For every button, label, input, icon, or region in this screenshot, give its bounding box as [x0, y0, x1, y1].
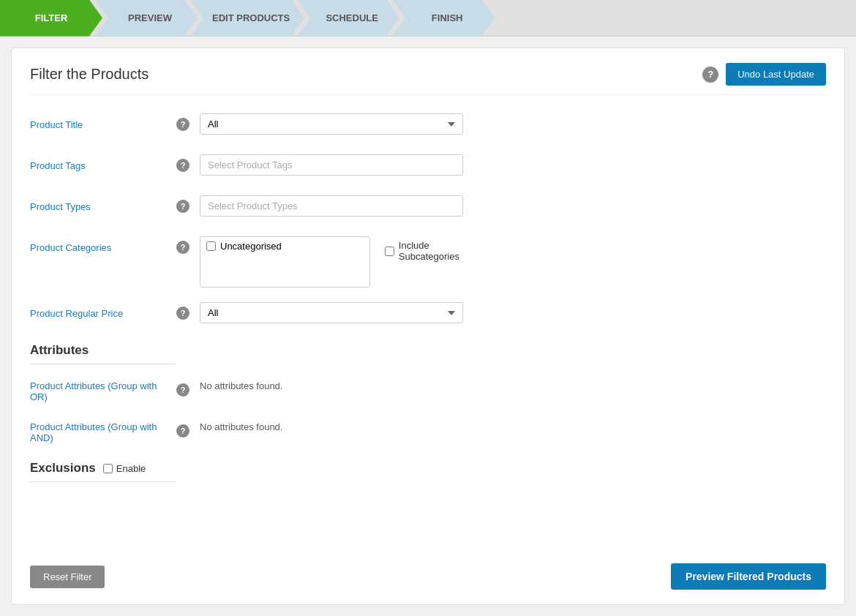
main-container: Filter the Products ? Undo Last Update P…	[0, 37, 856, 616]
attributes-or-label: Product Attributes (Group with OR)	[30, 379, 176, 402]
product-tags-input[interactable]	[200, 154, 463, 176]
preview-filtered-products-button[interactable]: Preview Filtered Products	[671, 563, 826, 590]
exclusions-divider	[30, 481, 176, 482]
product-title-label: Product Title	[30, 113, 176, 130]
product-categories-label: Product Categories	[30, 236, 176, 253]
product-types-help: ?	[176, 195, 194, 213]
product-regular-price-help: ?	[176, 302, 194, 320]
attributes-and-help: ?	[176, 420, 194, 437]
undo-button[interactable]: Undo Last Update	[726, 63, 826, 86]
attributes-divider	[30, 364, 176, 364]
attributes-and-empty: No attributes found.	[200, 416, 282, 432]
product-tags-row: Product Tags ?	[30, 154, 826, 181]
product-title-row: Product Title ? All Contains Starts With…	[30, 113, 826, 140]
exclusions-enable-label[interactable]: Enable	[103, 463, 146, 474]
category-label-uncategorised: Uncategorised	[220, 241, 282, 252]
product-title-help-icon[interactable]: ?	[176, 118, 189, 131]
categories-container: Uncategorised Include Subcategories	[200, 236, 463, 288]
attributes-and-label: Product Attributes (Group with AND)	[30, 420, 176, 443]
product-title-control: All Contains Starts With Ends With	[200, 113, 463, 135]
page-title: Filter the Products	[30, 66, 149, 83]
bottom-bar: Reset Filter Preview Filtered Products	[30, 563, 826, 590]
wizard-step-preview[interactable]: PREVIEW	[95, 0, 198, 37]
product-tags-control	[200, 154, 463, 176]
attributes-or-help-icon[interactable]: ?	[176, 383, 189, 397]
product-categories-help-icon[interactable]: ?	[176, 241, 189, 254]
product-regular-price-control: All Greater Than Less Than Between	[200, 302, 463, 323]
product-categories-help: ?	[176, 236, 194, 254]
attributes-or-help: ?	[176, 379, 194, 397]
wizard-step-schedule[interactable]: SCHEDULE	[297, 0, 399, 37]
include-subcategories-checkbox[interactable]	[385, 247, 394, 256]
reset-filter-button[interactable]: Reset Filter	[30, 566, 105, 588]
attributes-or-control: No attributes found.	[200, 379, 463, 392]
category-checkbox-uncategorised[interactable]	[206, 241, 216, 251]
attributes-section: Attributes Product Attributes (Group wit…	[30, 343, 826, 446]
attributes-title: Attributes	[30, 343, 826, 358]
exclusions-title: Exclusions	[30, 461, 96, 476]
include-subcategories-container: Include Subcategories	[385, 236, 463, 262]
wizard-step-filter[interactable]: FILTER	[0, 0, 102, 37]
product-regular-price-row: Product Regular Price ? All Greater Than…	[30, 302, 826, 328]
product-types-input[interactable]	[200, 195, 463, 217]
content-panel: Filter the Products ? Undo Last Update P…	[11, 48, 845, 605]
product-title-select[interactable]: All Contains Starts With Ends With	[200, 113, 463, 135]
exclusions-enable-text: Enable	[116, 463, 146, 474]
header-right: ? Undo Last Update	[702, 63, 826, 86]
panel-header: Filter the Products ? Undo Last Update	[30, 63, 826, 95]
product-tags-help: ?	[176, 154, 194, 172]
product-tags-label: Product Tags	[30, 154, 176, 171]
product-types-label: Product Types	[30, 195, 176, 212]
categories-list[interactable]: Uncategorised	[200, 236, 370, 288]
exclusions-section: Exclusions Enable	[30, 461, 826, 482]
attributes-and-help-icon[interactable]: ?	[176, 424, 189, 437]
attributes-or-row: Product Attributes (Group with OR) ? No …	[30, 379, 826, 405]
product-categories-control: Uncategorised Include Subcategories	[200, 236, 463, 288]
attributes-and-control: No attributes found.	[200, 420, 463, 433]
product-regular-price-label: Product Regular Price	[30, 302, 176, 319]
category-item-uncategorised: Uncategorised	[200, 237, 369, 255]
product-tags-help-icon[interactable]: ?	[176, 159, 189, 172]
product-categories-row: Product Categories ? Uncategorised Inclu…	[30, 236, 826, 288]
wizard-bar: FILTER PREVIEW EDIT PRODUCTS SCHEDULE FI…	[0, 0, 856, 37]
exclusions-row: Exclusions Enable	[30, 461, 826, 476]
product-types-help-icon[interactable]: ?	[176, 200, 189, 213]
exclusions-enable-checkbox[interactable]	[103, 464, 113, 473]
product-types-control	[200, 195, 463, 217]
product-title-help: ?	[176, 113, 194, 131]
product-regular-price-select[interactable]: All Greater Than Less Than Between	[200, 302, 463, 323]
product-regular-price-help-icon[interactable]: ?	[176, 307, 189, 320]
include-subcategories-label: Include Subcategories	[399, 240, 463, 262]
attributes-and-row: Product Attributes (Group with AND) ? No…	[30, 420, 826, 446]
wizard-step-edit-products[interactable]: EDIT PRODUCTS	[190, 0, 304, 37]
product-types-row: Product Types ?	[30, 195, 826, 222]
wizard-step-finish[interactable]: FINISH	[392, 0, 495, 37]
header-help-icon[interactable]: ?	[702, 67, 718, 83]
attributes-or-empty: No attributes found.	[200, 375, 282, 391]
